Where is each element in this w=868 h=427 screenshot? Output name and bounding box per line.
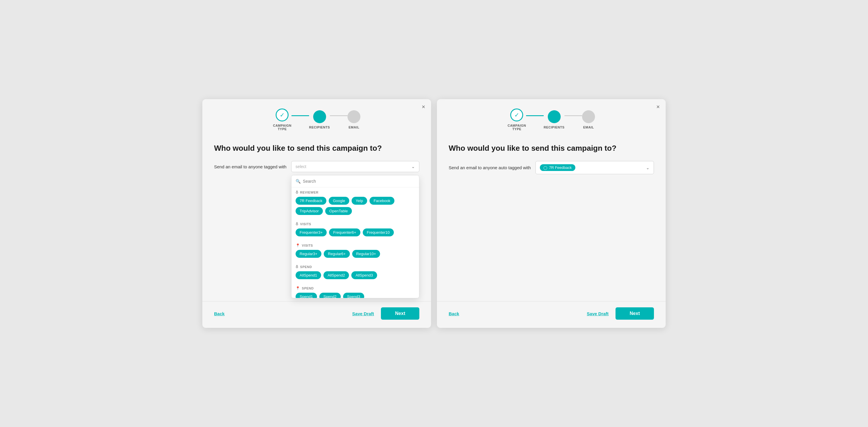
- tag-allspend2[interactable]: AllSpend2: [323, 271, 349, 279]
- step-2-circle-campaign-type: ✓: [510, 109, 523, 121]
- tag-spend2[interactable]: Spend2: [319, 293, 341, 298]
- chevron-down-icon-2: ⌄: [646, 165, 650, 170]
- tag-select-box-2[interactable]: ◯ 7R Feedback ⌄: [535, 161, 654, 174]
- group-header-reviewer: ♁ REVIEWER: [296, 190, 415, 194]
- step-circle-campaign-type: ✓: [276, 109, 288, 121]
- step-2-label-recipients: RECIPIENTS: [544, 125, 564, 129]
- tag-spend3[interactable]: Spend3: [343, 293, 365, 298]
- stepper-1: ✓ CAMPAIGNTYPE RECIPIENTS EMAIL: [202, 99, 431, 137]
- tags-visits-globe: Frequenter3+ Frequenter6+ Frequenter10: [296, 228, 415, 236]
- step-connector-1: [291, 115, 309, 116]
- group-label-visits-globe: VISITS: [300, 222, 311, 226]
- step-email: EMAIL: [347, 110, 361, 129]
- modal-2-content: Who would you like to send this campaign…: [437, 137, 666, 301]
- tag-regular10[interactable]: Regular10+: [352, 250, 380, 258]
- step-2-connector-1: [526, 115, 544, 116]
- search-input[interactable]: [303, 179, 415, 184]
- tag-facebook[interactable]: Facebook: [370, 197, 395, 205]
- modal-1-title: Who would you like to send this campaign…: [214, 144, 419, 153]
- group-label-visits-pin: VISITS: [302, 244, 313, 247]
- step-2-label-email: EMAIL: [583, 125, 594, 129]
- save-draft-button-1[interactable]: Save Draft: [352, 311, 374, 316]
- chevron-down-icon: ⌄: [411, 164, 415, 169]
- tag-frequenter6[interactable]: Frequenter6+: [329, 228, 360, 236]
- modal-2-title: Who would you like to send this campaign…: [449, 144, 654, 153]
- tag-select-box-1[interactable]: select ⌄: [291, 161, 419, 172]
- footer-right-2: Save Draft Next: [587, 307, 654, 320]
- next-button-2[interactable]: Next: [616, 307, 654, 320]
- step-campaign-type: ✓ CAMPAIGNTYPE: [273, 109, 291, 131]
- step-circle-recipients: [313, 110, 326, 123]
- modal-1-content: Who would you like to send this campaign…: [202, 137, 431, 301]
- tag-dropdown-1[interactable]: 🔍 ♁ REVIEWER 7R Feedback Google Yelp: [291, 175, 419, 298]
- tags-spend-pin: Spend1 Spend2 Spend3: [296, 293, 415, 298]
- tag-tripadvisor[interactable]: TripAdvisor: [296, 207, 323, 215]
- tag-regular3[interactable]: Regular3+: [296, 250, 321, 258]
- step-label-email: EMAIL: [349, 125, 360, 129]
- tag-frequenter3[interactable]: Frequenter3+: [296, 228, 327, 236]
- group-label-spend-globe: SPEND: [300, 265, 312, 269]
- group-header-visits-globe: ♁ VISITS: [296, 222, 415, 226]
- step-recipients: RECIPIENTS: [309, 110, 330, 129]
- globe-icon-visits: ♁: [296, 222, 299, 226]
- group-label-reviewer: REVIEWER: [300, 191, 318, 194]
- globe-icon-spend: ♁: [296, 265, 299, 269]
- form-row-1: Send an email to anyone tagged with sele…: [214, 161, 419, 172]
- back-button-2[interactable]: Back: [449, 311, 459, 316]
- form-row-2: Send an email to anyone auto tagged with…: [449, 161, 654, 174]
- step-2-circle-recipients: [548, 110, 561, 123]
- tag-yelp[interactable]: Yelp: [351, 197, 367, 205]
- tag-group-visits-pin: 📍 VISITS Regular3+ Regular6+ Regular10+: [291, 241, 419, 262]
- group-header-visits-pin: 📍 VISITS: [296, 243, 415, 247]
- pin-icon-visits: 📍: [296, 243, 300, 247]
- tag-spend1[interactable]: Spend1: [296, 293, 317, 298]
- tag-group-visits-globe: ♁ VISITS Frequenter3+ Frequenter6+ Frequ…: [291, 219, 419, 241]
- step-2-campaign-type: ✓ CAMPAIGNTYPE: [507, 109, 526, 131]
- modal-2: × ✓ CAMPAIGNTYPE RECIPIENTS EMAIL Who wo…: [437, 99, 666, 328]
- selected-tag-label: 7R Feedback: [549, 165, 571, 170]
- tag-google[interactable]: Google: [329, 197, 349, 205]
- save-draft-button-2[interactable]: Save Draft: [587, 311, 609, 316]
- step-label-recipients: RECIPIENTS: [309, 125, 330, 129]
- globe-icon-reviewer: ♁: [296, 190, 299, 194]
- tag-group-reviewer: ♁ REVIEWER 7R Feedback Google Yelp Faceb…: [291, 187, 419, 219]
- search-icon: 🔍: [296, 179, 301, 184]
- select-placeholder: select: [296, 164, 306, 169]
- step-2-connector-2: [564, 115, 582, 116]
- step-label-campaign-type: CAMPAIGNTYPE: [273, 124, 291, 131]
- modal-1-footer: Back Save Draft Next: [202, 301, 431, 328]
- pin-icon-spend: 📍: [296, 286, 300, 290]
- step-connector-2: [330, 115, 347, 116]
- step-2-recipients: RECIPIENTS: [544, 110, 564, 129]
- tag-group-spend-pin: 📍 SPEND Spend1 Spend2 Spend3: [291, 283, 419, 298]
- form-label-2: Send an email to anyone auto tagged with: [449, 165, 531, 170]
- selected-tag-display: ◯ 7R Feedback: [540, 164, 575, 171]
- tag-opentable[interactable]: OpenTable: [325, 207, 352, 215]
- group-header-spend-globe: ♁ SPEND: [296, 265, 415, 269]
- tag-7r-feedback[interactable]: 7R Feedback: [296, 197, 327, 205]
- modal-2-close-button[interactable]: ×: [656, 104, 660, 110]
- step-2-email: EMAIL: [582, 110, 595, 129]
- footer-right-1: Save Draft Next: [352, 307, 419, 320]
- search-container: 🔍: [291, 175, 419, 187]
- selected-tag-icon: ◯: [544, 166, 547, 170]
- modal-2-footer: Back Save Draft Next: [437, 301, 666, 328]
- group-label-spend-pin: SPEND: [302, 286, 313, 290]
- tag-group-spend-globe: ♁ SPEND AllSpend1 AllSpend2 AllSpend3: [291, 262, 419, 283]
- modal-1: × ✓ CAMPAIGNTYPE RECIPIENTS EMAIL Who wo…: [202, 99, 431, 328]
- step-circle-email: [347, 110, 361, 123]
- tag-frequenter10[interactable]: Frequenter10: [363, 228, 394, 236]
- stepper-2: ✓ CAMPAIGNTYPE RECIPIENTS EMAIL: [437, 99, 666, 137]
- tags-reviewer: 7R Feedback Google Yelp Facebook TripAdv…: [296, 197, 415, 215]
- step-2-circle-email: [582, 110, 595, 123]
- tags-spend-globe: AllSpend1 AllSpend2 AllSpend3: [296, 271, 415, 279]
- tag-regular6[interactable]: Regular6+: [324, 250, 349, 258]
- modal-1-close-button[interactable]: ×: [422, 104, 425, 110]
- back-button-1[interactable]: Back: [214, 311, 225, 316]
- group-header-spend-pin: 📍 SPEND: [296, 286, 415, 290]
- next-button-1[interactable]: Next: [381, 307, 419, 320]
- tag-allspend1[interactable]: AllSpend1: [296, 271, 321, 279]
- form-label-1: Send an email to anyone tagged with: [214, 164, 286, 169]
- tag-allspend3[interactable]: AllSpend3: [351, 271, 377, 279]
- step-2-label-campaign-type: CAMPAIGNTYPE: [507, 124, 526, 131]
